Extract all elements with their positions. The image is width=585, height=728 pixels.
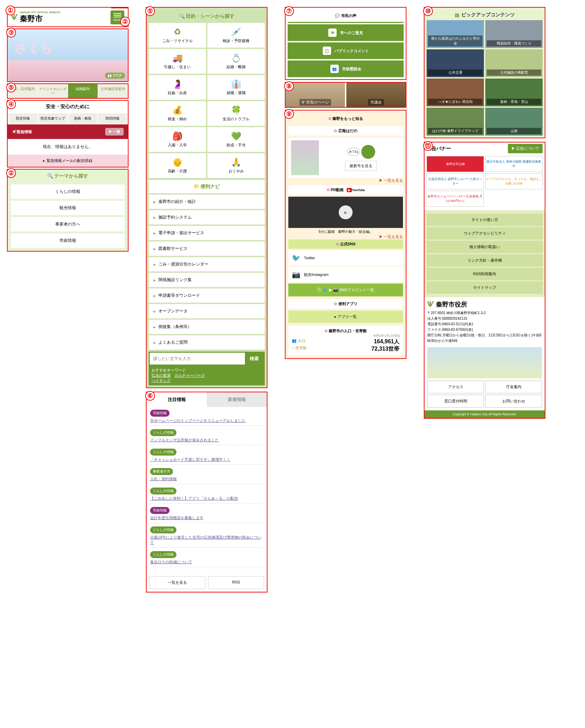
emergency-list-link[interactable]: ▶ 一覧	[105, 128, 124, 136]
assembly-link[interactable]: 市議会	[346, 83, 406, 107]
site-link-2[interactable]: 個人情報の取扱い	[427, 241, 543, 253]
search-input[interactable]	[150, 353, 245, 365]
news-more[interactable]: 一覧を見る	[149, 576, 205, 589]
ad-banner-0[interactable]: 秦野住宅公園	[427, 156, 484, 172]
theme-kanko[interactable]: 観光情報	[10, 201, 125, 215]
btn-kisho[interactable]: 防災気象ウェブ	[38, 113, 67, 124]
koho-thumbnail[interactable]	[291, 140, 319, 175]
theme-shisei[interactable]: 市政情報	[10, 233, 125, 248]
ad-banner-1[interactable]: 独立行政法人 神奈川病院 看護師等募集中	[485, 156, 543, 172]
site-link-1[interactable]: ウェブアクセシビリティ	[427, 227, 543, 239]
tab-soshiki[interactable]: 組織案内	[68, 84, 98, 98]
btn-bohan[interactable]: 防犯情報	[98, 113, 127, 124]
btn-access[interactable]: アクセス	[427, 381, 484, 393]
news-rss[interactable]: RSS	[208, 576, 264, 589]
sns-instagram[interactable]: 📷観光Instagram	[288, 267, 403, 282]
purpose-card-5[interactable]: 👔就職・退職	[207, 75, 265, 100]
pickup-tile-5[interactable]: 森林・里地・里山	[485, 79, 543, 106]
callout-2: ②	[6, 168, 16, 178]
btn-bosai[interactable]: 防災情報	[8, 113, 38, 124]
pr-video[interactable]: ▶	[288, 197, 403, 228]
site-link-4[interactable]: RSS利用案内	[427, 268, 543, 280]
app-list-btn[interactable]: ▸ アプリ一覧	[288, 311, 403, 323]
news-link-6[interactable]: 台風19号により被災した住宅の応急修理及び障害物の除去について	[150, 535, 263, 548]
navi-item-2[interactable]: 電子申請・届出サービス	[149, 226, 265, 240]
news-link-5[interactable]: 会計年度任用職員を募集します	[150, 515, 263, 523]
purpose-card-7[interactable]: 🍀生活のトラブル	[207, 101, 265, 126]
koho-latest-btn[interactable]: 最新号を見る	[345, 161, 377, 171]
navi-item-0[interactable]: 秦野市の紹介・統計	[149, 195, 265, 209]
navi-item-4[interactable]: ごみ・資源分別カレンダー	[149, 257, 265, 271]
pickup-tile-7[interactable]: 山旅	[485, 108, 543, 136]
ad-banner-2[interactable]: 公益社団法人 秦野市シルバー人材センター	[427, 173, 484, 189]
theme-kurashi[interactable]: くらしの情報	[10, 184, 125, 199]
news-link-4[interactable]: 【ごみ出しに便利！】アプリ「さんあ～る」の配信	[150, 496, 263, 504]
tab-featured[interactable]: 注目情報	[147, 392, 207, 407]
ad-banner-3[interactable]: ケーブルテレビも。ネットも。電話も。全部 J:COM	[485, 173, 543, 189]
mayor-page-link[interactable]: Ѱ 市長のページ	[286, 83, 345, 107]
search-button[interactable]: 検索	[245, 353, 264, 365]
navi-item-7[interactable]: オープンデータ	[149, 304, 265, 318]
purpose-card-6[interactable]: 💰税金・納め	[149, 101, 206, 126]
pickup-tile-4[interactable]: ハダ★にぎわい商店街	[427, 79, 484, 106]
pickup-tile-0[interactable]: 豊かな風景はだのふるさと寄付金	[427, 20, 484, 48]
btn-uketsuke[interactable]: 窓口受付時間	[427, 395, 484, 408]
news-link-1[interactable]: インフルエンザ注意報が発令されました	[150, 437, 263, 445]
purpose-card-0[interactable]: ♻ごみ・リサイクル	[149, 23, 206, 48]
navi-item-3[interactable]: 図書館サービス	[149, 242, 265, 256]
purpose-card-3[interactable]: 💍結婚・離婚	[207, 49, 265, 74]
btn-contact[interactable]: お問い合わせ	[485, 395, 542, 408]
navi-item-5[interactable]: 関係施設リンク集	[149, 273, 265, 287]
navi-item-9[interactable]: よくあるご質問	[149, 335, 265, 350]
news-tag: くらしの情報	[150, 488, 176, 494]
kw-1[interactable]: 弘法の里湯	[151, 373, 171, 377]
news-link-3[interactable]: 入札・契約情報	[150, 476, 263, 484]
news-link-2[interactable]: 「キャッシュカード手渡し型サギ」激増中！！	[150, 457, 263, 465]
hero-slider[interactable]: さくら ▮▮ STOP	[8, 29, 128, 81]
pr-more[interactable]: ▶ 一覧を見る	[288, 234, 403, 239]
sns-all-link[interactable]: ⓕ 🐦 ▶ 📷 SNSアカウント一覧	[288, 284, 403, 296]
btn-chosha[interactable]: 庁舎案内	[485, 381, 542, 393]
navi-item-8[interactable]: 例規集（条例等）	[149, 320, 265, 334]
emergency-mail-link[interactable]: ▸ 緊急情報メールの配信登録	[8, 155, 128, 167]
ad-about-btn[interactable]: ▶ 広告について	[508, 144, 543, 153]
app-title: ✿ 便利アプリ	[288, 299, 403, 309]
navi-item-1[interactable]: 施設予約システム	[149, 210, 265, 224]
site-logo[interactable]: Ѱ HADANO CITY OFFICIAL WEBSITE 秦野市	[11, 11, 60, 24]
instagram-icon: 📷	[292, 270, 300, 279]
purpose-card-10[interactable]: 👴高齢・介護	[149, 153, 206, 178]
pickup-tile-6[interactable]: はだの旅 秦野ドライブマップ	[427, 108, 484, 136]
voice-pubcom[interactable]: 📋パブリックコメント	[288, 42, 404, 59]
purpose-card-2[interactable]: 🚚引越し・住まい	[149, 49, 206, 74]
btn-kyukyu[interactable]: 急病・救急	[68, 113, 97, 124]
pickup-tile-2[interactable]: 公共交通	[427, 49, 484, 77]
news-link-0[interactable]: 市ホームページのトップページをリニューアルしました	[150, 418, 263, 426]
purpose-card-9[interactable]: 💚助成・手当	[207, 127, 265, 152]
clipboard-icon: 📋	[323, 47, 331, 55]
site-link-5[interactable]: サイトマップ	[427, 281, 543, 294]
site-link-3[interactable]: リンク方針・著作権	[427, 254, 543, 267]
tab-shisetsu[interactable]: 公共施設等案内	[98, 84, 128, 98]
purpose-card-11[interactable]: 🙏おくやみ	[207, 153, 265, 178]
pickup-tile-3[interactable]: 公共施設の再配置	[485, 49, 543, 77]
callout-6: ⑥	[145, 391, 155, 401]
theme-jigyosha[interactable]: 事業者の方へ	[10, 217, 125, 232]
purpose-card-8[interactable]: 🎒入園・入学	[149, 127, 206, 152]
voice-opinion[interactable]: ✉市へのご意見	[288, 24, 404, 41]
slider-stop[interactable]: ▮▮ STOP	[105, 73, 125, 79]
news-link-7[interactable]: 食品ロスの削減について	[150, 559, 263, 567]
voice-meeting[interactable]: 👥市政懇談会	[288, 60, 404, 77]
purpose-icon: 💍	[209, 53, 263, 63]
navi-item-6[interactable]: 申請書等ダウンロード	[149, 288, 265, 303]
ad-banner-4[interactable]: 秦野市ホームページ バナー広告募集 月12,000円から	[427, 191, 484, 207]
pickup-tile-1[interactable]: 職員採用・職員づくり	[485, 20, 543, 48]
site-link-0[interactable]: サイトの使い方	[427, 214, 543, 226]
sns-twitter[interactable]: 🐦Twitter	[288, 250, 403, 265]
koho-more[interactable]: ▶ 一覧を見る	[288, 178, 403, 183]
purpose-card-1[interactable]: 💉検診・予防接種	[207, 23, 265, 48]
kw-2[interactable]: カルチャーパーク	[174, 373, 205, 377]
purpose-card-4[interactable]: 🤰妊娠・出産	[149, 75, 206, 100]
kw-3[interactable]: ハイキング	[151, 378, 171, 383]
tab-event[interactable]: イベントカレンダー	[38, 84, 68, 98]
tab-new[interactable]: 新着情報	[207, 392, 267, 407]
